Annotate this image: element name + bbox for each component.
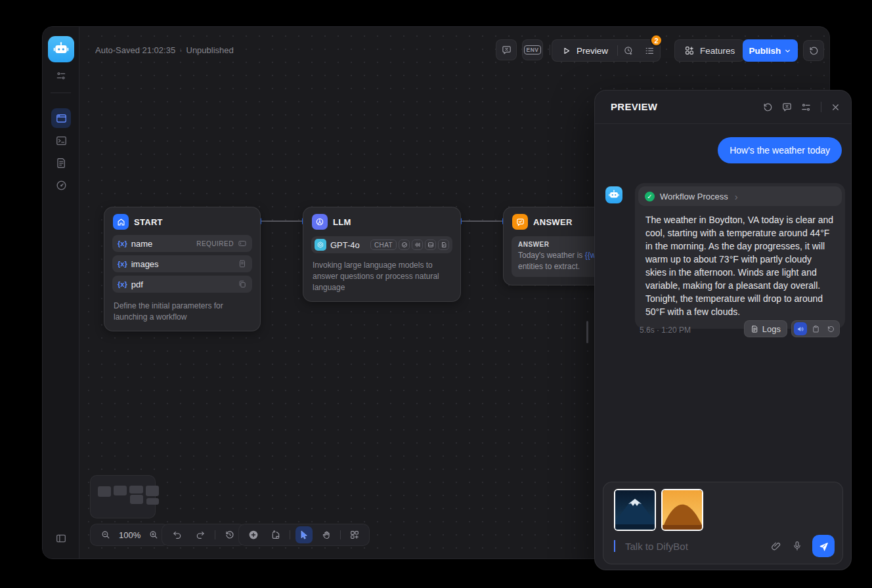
clock-run-icon (623, 45, 634, 56)
voice-input-icon[interactable] (791, 540, 803, 552)
terminal-icon (55, 135, 68, 147)
uploaded-image-thumbnail-fuji[interactable] (614, 489, 656, 531)
sidebar-item-monitoring[interactable] (51, 175, 71, 195)
publish-button[interactable]: Publish (743, 39, 798, 62)
uploaded-image-thumbnail-mountain[interactable] (661, 489, 703, 531)
hand-mode-button[interactable] (318, 526, 335, 543)
sidebar-item-orchestrate[interactable] (51, 108, 71, 128)
llm-model-icon (312, 214, 328, 230)
zoom-level[interactable]: 100% (119, 530, 141, 540)
clear-chat-icon[interactable] (781, 102, 793, 113)
openai-icon (315, 239, 326, 251)
variable-prefix: {x} (118, 240, 127, 247)
edge-llm-to-answer (461, 220, 503, 222)
publish-status: Unpublished (186, 45, 234, 55)
logs-button[interactable]: Logs (744, 320, 787, 337)
gauge-icon (55, 179, 68, 192)
dify-workflow-editor: Auto-Saved 21:02:35 · Unpublished ENV (0, 0, 872, 588)
image-capability-icon (425, 240, 436, 250)
restart-conversation-icon[interactable] (762, 102, 774, 113)
change-history-button[interactable] (221, 526, 238, 543)
workflow-process-label: Workflow Process (660, 192, 728, 201)
sidebar-divider (51, 93, 71, 93)
canvas-minimap[interactable] (90, 475, 156, 518)
message-tool-group (791, 320, 840, 337)
conversation-settings-icon[interactable] (800, 102, 812, 113)
environment-variables-button[interactable]: ENV (522, 39, 543, 60)
start-field-images: {x} images (112, 255, 252, 272)
version-history-button[interactable] (803, 40, 824, 61)
checklist-count-badge: 2 (650, 34, 663, 47)
llm-model-row: GPT-4o CHAT (311, 236, 452, 253)
file-field-icon (238, 259, 247, 268)
undo-redo-controls (162, 524, 246, 546)
attach-file-icon[interactable] (770, 540, 782, 552)
run-button-group: Preview 2 (552, 39, 661, 62)
redo-button[interactable] (192, 526, 209, 543)
zoom-out-button[interactable] (97, 526, 114, 543)
variable-prefix: {x} (118, 280, 127, 288)
llm-node-description: Invoking large language models to answer… (303, 253, 460, 301)
preferences-sliders-icon[interactable] (55, 70, 66, 81)
autosave-time: Auto-Saved 21:02:35 (95, 45, 175, 55)
chat-x-icon (501, 45, 512, 56)
variable-name: pdf (131, 280, 143, 289)
start-field-name: {x} name REQUIRED (112, 235, 252, 252)
variable-prefix: {x} (118, 260, 127, 268)
workflow-process-toggle[interactable]: ✓ Workflow Process › (638, 186, 842, 206)
message-actions: Logs (744, 320, 840, 337)
window-icon (55, 112, 68, 125)
variable-name: name (131, 239, 153, 249)
node-llm[interactable]: LLM GPT-4o CHAT (303, 207, 461, 302)
send-message-button[interactable] (812, 535, 835, 557)
logs-label: Logs (762, 324, 781, 334)
collapse-sidebar-icon[interactable] (54, 532, 67, 545)
files-stack-icon (238, 280, 247, 289)
template-text: Today's weather is (518, 251, 585, 260)
text-to-speech-button[interactable] (794, 322, 807, 335)
panel-divider (821, 102, 821, 112)
regenerate-button[interactable] (824, 322, 837, 335)
checklist-icon (644, 45, 655, 56)
app-logo[interactable] (48, 36, 74, 62)
autosave-status: Auto-Saved 21:02:35 · Unpublished (95, 45, 234, 55)
variable-name: images (131, 259, 159, 269)
chat-mode-badge: CHAT (370, 240, 397, 250)
chat-input[interactable] (625, 541, 761, 552)
env-icon: ENV (524, 45, 542, 54)
chat-input-box[interactable] (603, 482, 843, 564)
toolbar-divider (290, 530, 290, 539)
model-capability-badges: CHAT (370, 240, 449, 250)
node-start[interactable]: START {x} name REQUIRED {x} images (104, 207, 261, 331)
copy-message-button[interactable] (809, 322, 822, 335)
user-message-bubble: How's the weather today (718, 137, 842, 163)
bot-avatar (605, 186, 622, 203)
undo-button[interactable] (169, 526, 186, 543)
robot-icon (53, 41, 70, 58)
play-icon (561, 46, 571, 56)
chevron-right-icon: › (735, 191, 738, 202)
toolbar-divider (550, 45, 550, 55)
zoom-in-button[interactable] (145, 526, 162, 543)
preview-panel: PREVIEW How's the weather today (594, 90, 852, 570)
close-panel-icon[interactable] (831, 102, 840, 112)
add-node-button[interactable] (245, 526, 262, 543)
sidebar-item-logs[interactable] (51, 153, 71, 173)
sidebar-item-api[interactable] (51, 131, 71, 150)
answer-node-title: ANSWER (533, 217, 573, 227)
logs-document-icon (55, 157, 68, 169)
start-node-header: START (104, 207, 260, 235)
organize-nodes-button[interactable] (346, 526, 363, 543)
model-name: GPT-4o (330, 240, 360, 250)
add-note-button[interactable] (267, 526, 284, 543)
sidebar (43, 27, 79, 558)
features-button[interactable]: Features (674, 39, 745, 62)
required-tag: REQUIRED (196, 240, 234, 247)
run-history-button[interactable] (618, 39, 639, 62)
pointer-mode-button[interactable] (295, 526, 313, 543)
preview-run-button[interactable]: Preview (552, 46, 617, 56)
annotation-button[interactable] (496, 39, 517, 60)
canvas-scrollbar[interactable] (586, 321, 588, 343)
checklist-button[interactable]: 2 (639, 39, 660, 62)
toolbar-divider (340, 530, 341, 539)
